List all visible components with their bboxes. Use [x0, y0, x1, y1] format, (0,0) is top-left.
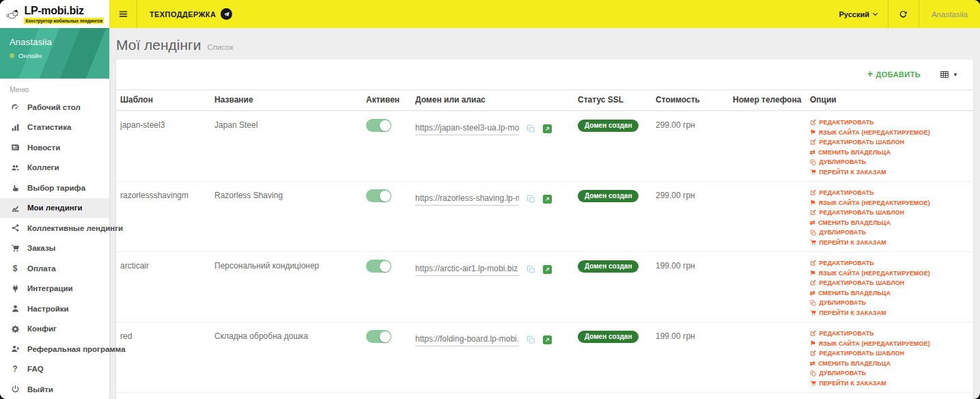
copy-domain-icon[interactable] [527, 124, 535, 133]
language-label: Русский [839, 10, 869, 18]
option-edit[interactable]: РЕДАКТИРОВАТЬ [810, 119, 969, 126]
option-change-owner[interactable]: ⇄СМЕНИТЬ ВЛАДЕЛЬЦА [810, 219, 969, 226]
duplicate-icon [810, 300, 817, 307]
sidebar-item-config[interactable]: Конфиг [0, 319, 109, 340]
sidebar-item-settings[interactable]: Настройки [0, 299, 109, 319]
sidebar: Anastasiia Онлайн Меню Рабочий стол Стат… [0, 28, 109, 399]
open-site-icon[interactable] [543, 124, 552, 133]
menu-section-label: Меню [0, 79, 109, 97]
sidebar-item-news[interactable]: Новости [0, 137, 109, 158]
table-row: razorlessshavingm Razorless Shaving Доме… [116, 181, 973, 251]
option-site-language[interactable]: ⚑ЯЗЫК САЙТА (НЕРЕДАКТИРУЕМОЕ) [810, 340, 969, 347]
header-ssl: Статус SSL [574, 90, 652, 110]
main-content: Мої лендінги Список + ДОБАВИТЬ ▼ Шаблон … [109, 28, 980, 399]
option-change-owner[interactable]: ⇄СМЕНИТЬ ВЛАДЕЛЬЦА [810, 149, 969, 156]
open-site-icon[interactable] [543, 195, 552, 204]
domain-input[interactable] [415, 262, 519, 276]
option-site-language[interactable]: ⚑ЯЗЫК САЙТА (НЕРЕДАКТИРУЕМОЕ) [810, 129, 969, 136]
option-duplicate[interactable]: ДУБЛИРОВАТЬ [810, 229, 969, 236]
template-cell: clothes and shoes [116, 393, 210, 399]
open-site-icon[interactable] [543, 265, 552, 274]
option-go-to-orders[interactable]: ПЕРЕЙТИ К ЗАКАЗАМ [810, 309, 969, 316]
option-go-to-orders[interactable]: ПЕРЕЙТИ К ЗАКАЗАМ [810, 169, 969, 176]
sidebar-item-faq[interactable]: ?FAQ [0, 359, 109, 380]
table-view-dropdown[interactable]: ▼ [940, 70, 958, 79]
active-toggle[interactable] [366, 260, 391, 273]
sidebar-item-integrations[interactable]: Интеграции [0, 279, 109, 299]
option-change-owner[interactable]: ⇄СМЕНИТЬ ВЛАДЕЛЬЦА [810, 360, 969, 367]
header-active: Активен [362, 90, 411, 110]
brand-logo[interactable]: LP-mobi.biz Конструктор мобильных лендин… [0, 0, 109, 28]
table-row: japan-steel3 Japan Steel Домен создан 29… [116, 111, 973, 181]
chart-line-icon [10, 204, 20, 212]
table-row: clothes and shoes Чоловічі кросівки Доме… [116, 392, 973, 399]
price-cell: 299.00 грн [652, 182, 729, 200]
cart-icon [810, 380, 817, 387]
landings-card: + ДОБАВИТЬ ▼ Шаблон Название Активен Дом… [116, 59, 973, 399]
option-duplicate[interactable]: ДУБЛИРОВАТЬ [810, 370, 969, 376]
option-go-to-orders[interactable]: ПЕРЕЙТИ К ЗАКАЗАМ [810, 380, 969, 387]
option-edit-template[interactable]: РЕДАКТИРОВАТЬ ШАБЛОН [810, 209, 969, 216]
sidebar-item-colleagues[interactable]: Коллеги [0, 158, 109, 178]
hamburger-menu-button[interactable] [109, 0, 137, 28]
option-site-language[interactable]: ⚑ЯЗЫК САЙТА (НЕРЕДАКТИРУЕМОЕ) [810, 270, 969, 277]
copy-domain-icon[interactable] [527, 195, 535, 204]
copy-domain-icon[interactable] [527, 265, 535, 274]
domain-input[interactable] [415, 333, 519, 346]
language-dropdown[interactable]: Русский [828, 10, 887, 18]
active-toggle[interactable] [366, 330, 391, 343]
option-edit[interactable]: РЕДАКТИРОВАТЬ [810, 260, 969, 266]
caret-down-icon: ▼ [953, 72, 958, 78]
telegram-icon [221, 8, 232, 20]
active-toggle[interactable] [366, 119, 391, 132]
table-row: red Складна обробна дошка Домен создан 1… [116, 322, 973, 392]
ssl-status-badge: Домен создан [578, 190, 639, 202]
option-edit-template[interactable]: РЕДАКТИРОВАТЬ ШАБЛОН [810, 279, 969, 286]
option-edit[interactable]: РЕДАКТИРОВАТЬ [810, 330, 969, 337]
option-edit-template[interactable]: РЕДАКТИРОВАТЬ ШАБЛОН [810, 350, 969, 357]
sidebar-item-collective-landings[interactable]: Коллективные лендинги [0, 218, 109, 238]
sidebar-item-logout[interactable]: Выйти [0, 379, 109, 399]
refresh-button[interactable] [888, 0, 919, 28]
name-cell: Чоловічі кросівки [210, 393, 362, 399]
price-cell: 299.00 грн [652, 111, 729, 130]
option-change-owner[interactable]: ⇄СМЕНИТЬ ВЛАДЕЛЬЦА [810, 290, 969, 297]
sidebar-item-desktop[interactable]: Рабочий стол [0, 97, 109, 118]
domain-input[interactable] [415, 122, 519, 135]
option-edit-template[interactable]: РЕДАКТИРОВАТЬ ШАБЛОН [810, 139, 969, 146]
option-edit[interactable]: РЕДАКТИРОВАТЬ [810, 189, 969, 196]
copy-domain-icon[interactable] [527, 335, 535, 344]
header-options: Опции [806, 90, 973, 110]
price-cell: 499.00 грн [652, 393, 729, 399]
gears-icon [10, 325, 20, 333]
option-duplicate[interactable]: ДУБЛИРОВАТЬ [810, 299, 969, 306]
add-button[interactable]: + ДОБАВИТЬ [867, 70, 921, 79]
sidebar-item-orders[interactable]: Заказы [0, 238, 109, 259]
template-cell: arcticair [116, 252, 210, 271]
header-name: Название [210, 90, 362, 110]
sidebar-item-payment[interactable]: $Оплата [0, 258, 109, 279]
sidebar-item-tariff[interactable]: Выбор тарифа [0, 178, 109, 198]
sidebar-item-statistics[interactable]: Статистика [0, 118, 109, 138]
open-site-icon[interactable] [543, 335, 552, 344]
edit-icon [810, 279, 817, 286]
question-icon: ? [10, 365, 20, 373]
support-link[interactable]: ТЕХПОДДЕРЖКА [137, 8, 244, 20]
flag-icon: ⚑ [810, 270, 816, 277]
gauge-icon [10, 102, 20, 111]
sidebar-item-my-landings[interactable]: Мои лендинги [0, 198, 109, 219]
template-cell: razorlessshavingm [116, 182, 210, 200]
user-icon [10, 304, 20, 313]
option-go-to-orders[interactable]: ПЕРЕЙТИ К ЗАКАЗАМ [810, 239, 969, 246]
sidebar-item-referral[interactable]: Реферальная программа [0, 339, 109, 359]
topbar-username[interactable]: Anastasiia [919, 10, 980, 18]
header-price: Стоимость [652, 90, 729, 110]
phone-cell [729, 252, 806, 261]
option-site-language[interactable]: ⚑ЯЗЫК САЙТА (НЕРЕДАКТИРУЕМОЕ) [810, 200, 969, 206]
header-domain: Домен или алиас [411, 90, 574, 110]
active-toggle[interactable] [366, 189, 391, 202]
domain-input[interactable] [415, 192, 519, 206]
price-cell: 199.00 грн [652, 252, 729, 271]
option-duplicate[interactable]: ДУБЛИРОВАТЬ [810, 159, 969, 165]
edit-icon [810, 139, 817, 146]
